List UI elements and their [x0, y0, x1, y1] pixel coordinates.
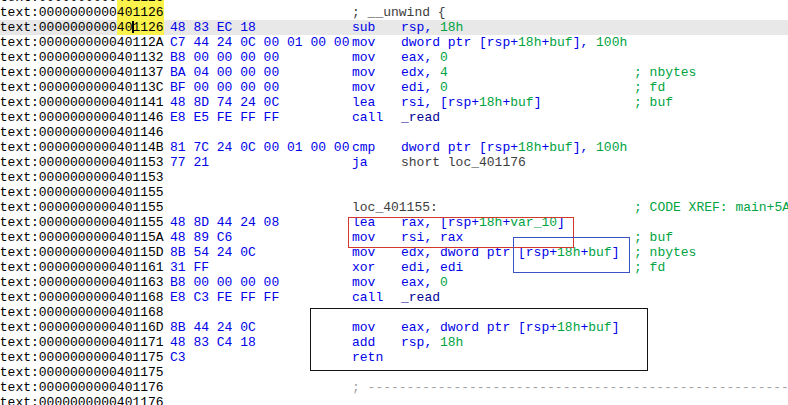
operand-segment: edi, edi [401, 260, 463, 275]
address-value: 401126 [117, 5, 164, 20]
operands: rax, [rsp+18h+var_10] [401, 215, 565, 230]
address-value: 401163 [117, 275, 164, 290]
mnemonic: mov [352, 50, 375, 65]
disasm-line[interactable]: .text:000000000040116D8B 44 24 0Cmoveax,… [0, 320, 788, 335]
disasm-line[interactable]: .text:000000000040116131 FFxoredi, edi; … [0, 260, 788, 275]
mnemonic: mov [352, 230, 375, 245]
operand-segment: ] [612, 320, 620, 335]
address-segment-prefix: .text:0000000000 [0, 185, 117, 200]
disasm-line[interactable]: .text:0000000000401132B8 00 00 00 00move… [0, 50, 788, 65]
address-segment-prefix: .text:0000000000 [0, 80, 117, 95]
line-address: .text:000000000040115D [0, 245, 164, 260]
operand-segment: 18h [557, 245, 580, 260]
address-value: 401168 [117, 305, 164, 320]
instruction-bytes: E8 E5 FE FF FF [170, 110, 279, 125]
address-segment-prefix: .text:0000000000 [0, 110, 117, 125]
operand-segment: 18h [557, 320, 580, 335]
disasm-line[interactable]: .text:000000000040112AC7 44 24 0C 00 01 … [0, 35, 788, 50]
address-value: 401153 [117, 155, 164, 170]
operand-segment: rax, [rsp+ [401, 215, 479, 230]
mnemonic: mov [352, 275, 375, 290]
address-value: 401137 [117, 65, 164, 80]
disasm-line[interactable]: .text:0000000000401155loc_401155:; CODE … [0, 200, 788, 215]
disasm-line[interactable]: .text:000000000040117148 83 C4 18addrsp,… [0, 335, 788, 350]
operand-segment: edi, [401, 80, 440, 95]
address-segment-prefix: .text:0000000000 [0, 350, 117, 365]
address-value: 401176 [117, 395, 164, 405]
disasm-line[interactable]: .text:0000000000401175C3retn [0, 350, 788, 365]
disasm-line[interactable]: .text:0000000000401168E8 C3 FE FF FFcall… [0, 290, 788, 305]
operand-segment: edx, [401, 65, 440, 80]
mnemonic: lea [352, 95, 375, 110]
disasm-line[interactable]: .text:0000000000401137BA 04 00 00 00move… [0, 65, 788, 80]
address-value: 40112A [117, 35, 164, 50]
address-segment-prefix: .text:0000000000 [0, 260, 117, 275]
disasm-line[interactable]: .text:000000000040113CBF 00 00 00 00move… [0, 80, 788, 95]
disasm-line[interactable]: .text:000000000040115377 21jashort loc_4… [0, 155, 788, 170]
disasm-line[interactable]: .text:0000000000401146E8 E5 FE FF FFcall… [0, 110, 788, 125]
operand-segment: edx, dword ptr [rsp+ [401, 245, 557, 260]
line-address: .text:0000000000401153 [0, 155, 164, 170]
address-value: 401168 [117, 290, 164, 305]
operand-segment: var_10 [510, 215, 557, 230]
disasm-line[interactable]: .text:0000000000401176 [0, 395, 788, 405]
disasm-line[interactable]: .text:000000000040115548 8D 44 24 08lear… [0, 215, 788, 230]
operands: _read [401, 290, 440, 305]
instruction-bytes: BA 04 00 00 00 [170, 65, 279, 80]
operand-segment: 0 [440, 80, 448, 95]
inline-comment: ; __unwind { [352, 5, 446, 20]
disasm-line[interactable]: .text:000000000040112648 83 EC 18subrsp,… [0, 20, 788, 35]
operands: eax, 0 [401, 50, 448, 65]
operands: edi, 0 [401, 80, 448, 95]
disasm-line[interactable]: .text:0000000000401163B8 00 00 00 00move… [0, 275, 788, 290]
line-address: .text:0000000000401176 [0, 380, 164, 395]
operands: _read [401, 110, 440, 125]
comment: ; buf [634, 230, 673, 245]
disasm-line[interactable]: .text:000000000040114B81 7C 24 0C 00 01 … [0, 140, 788, 155]
line-address: .text:000000000040115A [0, 230, 164, 245]
instruction-bytes: E8 C3 FE FF FF [170, 290, 279, 305]
line-address: .text:000000000040113C [0, 80, 164, 95]
mnemonic: call [352, 290, 383, 305]
line-address: .text:0000000000401175 [0, 365, 164, 380]
disasm-line[interactable]: .text:0000000000401168 [0, 305, 788, 320]
comment: ; fd [634, 80, 665, 95]
line-address: .text:0000000000401168 [0, 290, 164, 305]
disasm-line[interactable]: .text:0000000000401175 [0, 365, 788, 380]
operand-segment: 18h [479, 215, 502, 230]
inline-comment: ; --------------------------------------… [352, 380, 788, 395]
line-address: .text:0000000000401161 [0, 260, 164, 275]
line-address: .text:0000000000401153 [0, 170, 164, 185]
operand-segment: ] [557, 215, 565, 230]
disassembly-listing[interactable]: .text:0000000000401126.text:000000000040… [0, 0, 788, 405]
address-value: 40114B [117, 140, 164, 155]
address-segment-prefix: .text:0000000000 [0, 170, 117, 185]
comment: ; buf [634, 95, 673, 110]
address-value: 401171 [117, 335, 164, 350]
disasm-line[interactable]: .text:0000000000401153 [0, 170, 788, 185]
address-value: 40116D [117, 320, 164, 335]
address-value: 401153 [117, 170, 164, 185]
disasm-line[interactable]: .text:0000000000401146 [0, 125, 788, 140]
operands: rsp, 18h [401, 20, 463, 35]
address-segment-prefix: .text:0000000000 [0, 320, 117, 335]
disasm-line[interactable]: .text:000000000040114148 8D 74 24 0Clear… [0, 95, 788, 110]
operand-segment: dword ptr [rsp+ [401, 140, 518, 155]
instruction-bytes: 81 7C 24 0C 00 01 00 00 [170, 140, 349, 155]
operands: edx, 4 [401, 65, 448, 80]
code-label: loc_401155: [352, 200, 438, 215]
operand-segment: short loc_401176 [401, 155, 526, 170]
operand-segment: dword ptr [rsp+ [401, 35, 518, 50]
mnemonic: mov [352, 35, 375, 50]
line-address: .text:0000000000401137 [0, 65, 164, 80]
operand-segment: 4 [440, 65, 448, 80]
line-address: .text:0000000000401175 [0, 350, 164, 365]
disasm-line[interactable]: .text:000000000040115D8B 54 24 0Cmovedx,… [0, 245, 788, 260]
disasm-line[interactable]: .text:0000000000401155 [0, 185, 788, 200]
disasm-line[interactable]: .text:000000000040115A48 89 C6movrsi, ra… [0, 230, 788, 245]
instruction-bytes: 31 FF [170, 260, 209, 275]
address-segment-prefix: .text:0000000000 [0, 380, 117, 395]
disasm-line[interactable]: .text:0000000000401126; __unwind { [0, 5, 788, 20]
instruction-bytes: 48 8D 74 24 0C [170, 95, 279, 110]
disasm-line[interactable]: .text:0000000000401176; ----------------… [0, 380, 788, 395]
